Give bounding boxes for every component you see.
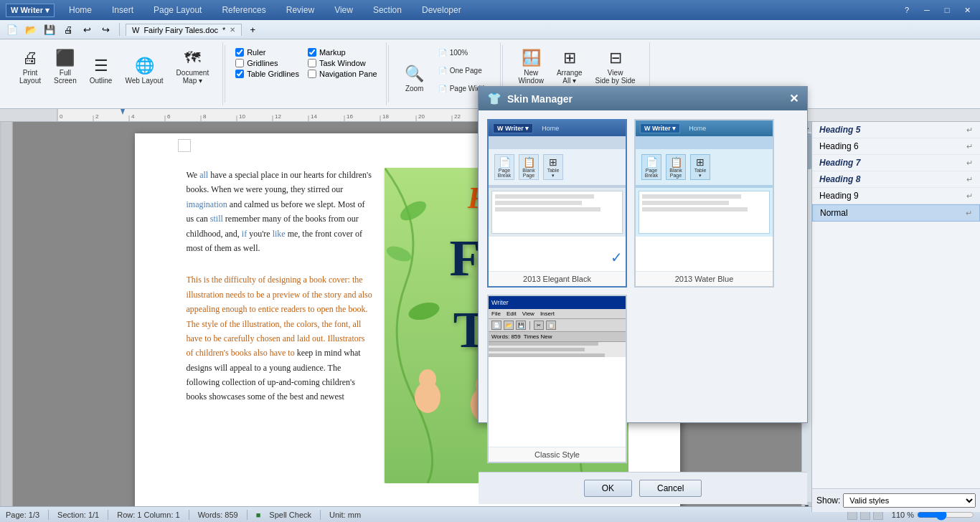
skin-card-classic[interactable]: Writer File Edit View Insert 📄 📂 💾 ✂ 📋 <box>487 295 627 463</box>
cancel-button[interactable]: Cancel <box>639 480 702 497</box>
styles-panel: Heading 5 ↵ Heading 6 ↵ Heading 7 ↵ Head… <box>811 122 980 512</box>
tab-developer[interactable]: Developer <box>412 2 471 18</box>
outline-button[interactable]: ☰ Outline <box>85 53 118 88</box>
gridlines-checkbox[interactable]: Gridlines <box>235 59 299 67</box>
app-logo[interactable]: W Writer ▾ <box>6 4 55 17</box>
title-bar-right: ? ─ □ ✕ <box>900 4 974 16</box>
tab-references[interactable]: References <box>212 2 275 18</box>
new-tab-button[interactable]: + <box>245 22 260 37</box>
doc-close-icon[interactable]: ✕ <box>230 26 235 34</box>
ruler-checkbox[interactable]: Ruler <box>235 48 299 57</box>
tab-home[interactable]: Home <box>59 2 102 18</box>
table-gridlines-checkbox[interactable]: Table Gridlines <box>235 70 299 78</box>
svg-text:10: 10 <box>239 113 245 120</box>
print-layout-button[interactable]: 🖨 Print Layout <box>14 45 46 88</box>
tab-section[interactable]: Section <box>363 2 412 18</box>
title-tabs: Home Insert Page Layout References Revie… <box>59 2 471 18</box>
new-window-button[interactable]: 🪟 New Window <box>513 45 549 88</box>
cs-tbtn-3: 💾 <box>516 321 526 330</box>
doc-modified: * <box>222 26 225 34</box>
ribbon-separator <box>225 45 225 103</box>
wb-text-line-2 <box>642 201 729 205</box>
eb-content <box>489 188 626 237</box>
arrange-all-label2: All ▾ <box>562 77 576 85</box>
close-button[interactable]: ✕ <box>960 4 974 16</box>
style-return-8: ↵ <box>966 175 973 184</box>
status-spell-indicator: ■ <box>256 511 261 519</box>
svg-text:18: 18 <box>382 113 389 120</box>
markup-checkbox[interactable]: Markup <box>308 48 377 57</box>
eb-doc-preview <box>491 191 623 234</box>
navigation-pane-checkbox[interactable]: Navigation Pane <box>308 70 377 78</box>
svg-rect-35 <box>1 122 11 512</box>
skin-manager-close-icon[interactable]: ✕ <box>789 92 798 105</box>
wb-titlebar: W Writer ▾ Home <box>636 120 773 136</box>
open-button[interactable]: 📂 <box>23 22 39 37</box>
new-button[interactable]: 📄 <box>4 22 20 37</box>
skin-card-elegant-black[interactable]: W Writer ▾ Home 📄 Page Break 📋 Blank <box>487 119 627 288</box>
tab-insert[interactable]: Insert <box>102 2 143 18</box>
skin-card-water-blue[interactable]: W Writer ▾ Home 📄 Page Break 📋 Blank Pag… <box>634 119 774 288</box>
skin-manager-title: Skin Manager <box>507 93 573 105</box>
orange-text: This is the difficulty of designing a bo… <box>187 275 372 358</box>
maximize-button[interactable]: □ <box>940 4 954 16</box>
wb-ribbon-tabs <box>636 136 773 149</box>
colored-text-3: still <box>210 214 223 224</box>
style-return-9: ↵ <box>966 191 973 201</box>
zoom-button[interactable]: 🔍 Zoom <box>399 61 430 96</box>
style-item-heading8[interactable]: Heading 8 ↵ <box>812 171 980 188</box>
one-page-icon: 📄 <box>438 49 447 57</box>
cs-titlebar: Writer <box>489 296 626 309</box>
svg-text:2: 2 <box>95 113 99 120</box>
arrange-all-button[interactable]: ⊞ Arrange All ▾ <box>552 45 588 88</box>
style-item-normal[interactable]: Normal ↵ <box>812 204 980 222</box>
document-map-button[interactable]: 🗺 Document Map ▾ <box>171 45 215 88</box>
tab-page-layout[interactable]: Page Layout <box>143 2 212 18</box>
web-layout-button[interactable]: 🌐 Web Layout <box>120 53 168 88</box>
eb-home-tab: Home <box>536 123 565 133</box>
show-label: Show: <box>816 495 840 506</box>
skin-manager-icon: 👕 <box>487 92 501 105</box>
style-item-heading5[interactable]: Heading 5 ↵ <box>812 122 980 138</box>
skin-manager-footer: OK Cancel <box>479 472 807 504</box>
skin-manager-title-group: 👕 Skin Manager <box>487 92 573 105</box>
colored-text-5: like <box>273 229 286 239</box>
page-width-icon: 📄 <box>438 67 447 75</box>
document-map-label2: Map ▾ <box>183 77 202 85</box>
skins-grid: W Writer ▾ Home 📄 Page Break 📋 Blank <box>479 110 807 472</box>
page-width-label: One Page <box>450 67 482 75</box>
title-bar-left: W Writer ▾ Home Insert Page Layout Refer… <box>6 2 471 18</box>
style-item-heading7[interactable]: Heading 7 ↵ <box>812 155 980 171</box>
task-window-checkbox[interactable]: Task Window <box>308 59 377 67</box>
page-width-button[interactable]: 📄 One Page <box>433 63 492 78</box>
eb-text-line-2 <box>495 201 582 205</box>
style-item-heading6[interactable]: Heading 6 ↵ <box>812 138 980 155</box>
style-item-heading9[interactable]: Heading 9 ↵ <box>812 188 980 204</box>
print-button[interactable]: 🖨 <box>60 22 76 37</box>
save-button[interactable]: 💾 <box>42 22 57 37</box>
tab-view[interactable]: View <box>324 2 363 18</box>
status-page-info: Page: 1/3 <box>6 511 39 519</box>
full-screen-button[interactable]: ⬛ Full Screen <box>49 45 82 88</box>
redo-button[interactable]: ↪ <box>98 22 113 37</box>
minimize-button[interactable]: ─ <box>920 4 934 16</box>
one-page-button[interactable]: 📄 100% <box>433 45 492 60</box>
style-label-heading8: Heading 8 <box>819 174 860 184</box>
cs-tbtn-2: 📂 <box>504 321 514 330</box>
ribbon-group-show: Ruler Gridlines Table Gridlines Markup T… <box>227 42 387 105</box>
eb-text-line-3 <box>495 207 600 212</box>
ok-button[interactable]: OK <box>584 480 632 497</box>
one-page-label: 100% <box>450 49 468 57</box>
help-icon[interactable]: ? <box>900 4 914 16</box>
web-layout-label: Web Layout <box>125 77 163 85</box>
new-window-label2: Window <box>518 77 544 85</box>
document-tab[interactable]: W Fairly Fairy Tales.doc * ✕ <box>126 24 242 36</box>
undo-button[interactable]: ↩ <box>79 22 95 37</box>
styles-filter-select[interactable]: Valid styles <box>843 493 976 508</box>
cs-text-1 <box>489 342 598 346</box>
skin-name-elegant-black: 2013 Elegant Black <box>489 271 626 286</box>
quick-access-bar: 📄 📂 💾 🖨 ↩ ↪ W Fairly Fairy Tales.doc * ✕… <box>0 20 980 39</box>
tab-review[interactable]: Review <box>276 2 324 18</box>
ribbon-separator-2 <box>388 45 389 103</box>
view-side-by-side-button[interactable]: ⊟ View Side by Side <box>590 45 641 88</box>
